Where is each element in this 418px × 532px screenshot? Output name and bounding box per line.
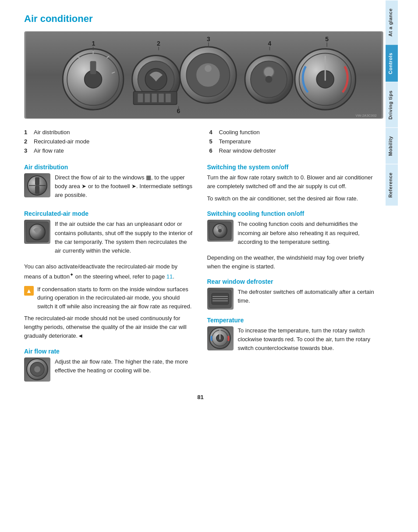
- airflow-icon: [24, 357, 50, 382]
- section-heading-switching: Switching the system on/off: [207, 164, 377, 171]
- parts-label-6: Rear window defroster: [219, 147, 276, 154]
- parts-label-1: Air distribution: [34, 129, 70, 136]
- parts-num-6: 6: [209, 147, 216, 154]
- parts-num-5: 5: [209, 138, 216, 145]
- svg-point-52: [34, 366, 41, 373]
- page-number: 81: [24, 394, 377, 400]
- tab-mobility[interactable]: Mobility: [386, 128, 398, 164]
- recirculated-body2: You can also activate/deactivate the rec…: [24, 262, 194, 282]
- parts-item-6: 6 Rear window defroster: [209, 146, 377, 155]
- cooling-body1: The cooling function cools and dehumidif…: [238, 220, 377, 246]
- warning-icon: ▲: [24, 286, 34, 296]
- section-heading-defroster: Rear window defroster: [207, 278, 377, 285]
- parts-num-3: 3: [24, 147, 30, 154]
- svg-rect-45: [35, 177, 39, 185]
- airflow-body: Adjust the air flow rate. The higher the…: [55, 357, 194, 375]
- svg-text:4: 4: [268, 40, 272, 47]
- defroster-text: The defroster switches off automatically…: [238, 288, 377, 310]
- parts-item-2: 2 Recirculated-air mode: [24, 137, 192, 146]
- parts-item-4: 4 Cooling function: [209, 128, 377, 136]
- recirculated-text-block: If the air outside the car has an unplea…: [55, 220, 194, 259]
- svg-rect-17: [159, 94, 164, 103]
- airflow-section: Adjust the air flow rate. The higher the…: [24, 357, 194, 382]
- right-column: Switching the system on/off Turn the air…: [207, 164, 377, 385]
- switching-body2: To switch on the air conditioner, set th…: [207, 194, 377, 203]
- warning-text: If condensation starts to form on the in…: [37, 285, 194, 311]
- air-distribution-body: Direct the flow of air to the windows ▦,…: [55, 173, 194, 200]
- defroster-icon: [207, 288, 234, 310]
- recirculated-section: If the air outside the car has an unplea…: [24, 220, 194, 259]
- left-column: Air distribution Direct the flow of air …: [24, 164, 194, 385]
- svg-text:2: 2: [157, 40, 160, 47]
- svg-rect-18: [166, 94, 171, 103]
- temperature-section: To increase the temperature, turn the ro…: [207, 326, 377, 356]
- section-heading-temperature: Temperature: [207, 317, 377, 324]
- parts-label-3: Air flow rate: [34, 147, 64, 154]
- sidebar-tabs: At a glance Controls Driving tips Mobili…: [386, 0, 398, 532]
- parts-num-4: 4: [209, 129, 216, 136]
- air-distribution-section: Direct the flow of air to the windows ▦,…: [24, 173, 194, 203]
- airflow-knob-icon: [25, 357, 50, 382]
- svg-point-25: [264, 67, 274, 77]
- defroster-icon-svg: [208, 289, 232, 309]
- tab-at-a-glance[interactable]: At a glance: [386, 0, 398, 44]
- page-title: Air conditioner: [24, 13, 377, 25]
- diagram-container: 1 2 3 4 5 6 VW-2A3C002: [24, 31, 377, 128]
- tab-driving-tips[interactable]: Driving tips: [386, 82, 398, 128]
- parts-label-5: Temperature: [219, 138, 251, 145]
- tab-reference[interactable]: Reference: [386, 164, 398, 206]
- svg-rect-46: [35, 186, 39, 194]
- cooling-text: The cooling function cools and dehumidif…: [238, 220, 377, 250]
- cooling-section: The cooling function cools and dehumidif…: [207, 220, 377, 250]
- defroster-section: The defroster switches off automatically…: [207, 288, 377, 310]
- cooling-body2: Depending on the weather, the windshield…: [207, 254, 377, 271]
- parts-item-1: 1 Air distribution: [24, 128, 192, 136]
- temperature-body: To increase the temperature, turn the ro…: [238, 326, 377, 353]
- section-heading-air-distribution: Air distribution: [24, 164, 194, 171]
- parts-label-4: Cooling function: [219, 129, 260, 136]
- page-link-11[interactable]: 11: [166, 273, 173, 280]
- svg-point-56: [218, 229, 222, 232]
- section-heading-recirculated: Recirculated-air mode: [24, 210, 194, 217]
- parts-label-2: Recirculated-air mode: [34, 138, 89, 145]
- parts-list: 1 Air distribution 4 Cooling function 2 …: [24, 128, 377, 155]
- svg-text:1: 1: [92, 40, 96, 47]
- air-distribution-text: Direct the flow of air to the windows ▦,…: [55, 173, 194, 203]
- parts-item-3: 3 Air flow rate: [24, 146, 192, 155]
- temperature-icon: [207, 326, 234, 350]
- svg-text:VW-2A3C002: VW-2A3C002: [356, 114, 377, 118]
- svg-rect-14: [138, 94, 143, 103]
- svg-text:3: 3: [207, 36, 210, 43]
- recirculated-body3: The recirculated-air mode should not be …: [24, 314, 194, 340]
- switching-body1: Turn the air flow rate rotary switch to …: [207, 173, 377, 191]
- ac-diagram: 1 2 3 4 5 6 VW-2A3C002: [24, 31, 383, 119]
- svg-text:5: 5: [325, 36, 329, 43]
- recirculated-knob-icon: [25, 221, 50, 243]
- temperature-knob-icon: [208, 326, 232, 350]
- airflow-text: Adjust the air flow rate. The higher the…: [55, 357, 194, 382]
- svg-rect-4: [90, 61, 96, 74]
- recirculated-icon: [24, 220, 50, 244]
- svg-rect-15: [145, 94, 150, 103]
- temperature-text: To increase the temperature, turn the ro…: [238, 326, 377, 356]
- tab-controls[interactable]: Controls: [386, 44, 398, 82]
- air-distribution-knob-icon: [26, 175, 48, 196]
- section-heading-airflow: Air flow rate: [24, 348, 194, 355]
- svg-point-26: [266, 76, 273, 83]
- parts-item-5: 5 Temperature: [209, 137, 377, 146]
- parts-num-2: 2: [24, 138, 30, 145]
- svg-rect-16: [152, 94, 157, 103]
- air-distribution-icon: [24, 173, 50, 197]
- recirculated-body1: If the air outside the car has an unplea…: [55, 220, 194, 255]
- cooling-icon: [207, 220, 234, 242]
- svg-point-22: [205, 65, 212, 72]
- cooling-knob-icon: [208, 221, 232, 241]
- defroster-body: The defroster switches off automatically…: [238, 288, 377, 305]
- warning-box: ▲ If condensation starts to form on the …: [24, 285, 194, 311]
- section-heading-cooling: Switching cooling function on/off: [207, 210, 377, 217]
- parts-num-1: 1: [24, 129, 30, 136]
